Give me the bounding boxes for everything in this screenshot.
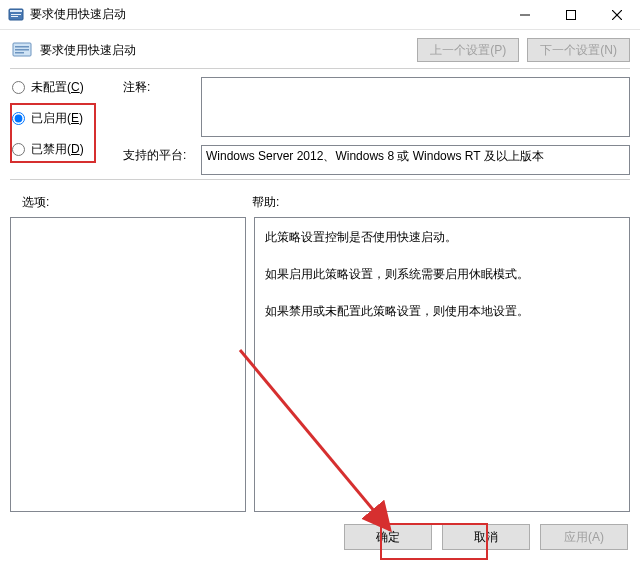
- policy-icon: [12, 40, 32, 60]
- svg-rect-5: [567, 10, 576, 19]
- platform-row: 支持的平台:: [123, 145, 630, 175]
- svg-rect-9: [15, 46, 29, 48]
- comment-textarea[interactable]: [201, 77, 630, 137]
- help-label: 帮助:: [252, 194, 279, 211]
- options-label: 选项:: [22, 194, 252, 211]
- radio-enabled-input[interactable]: [12, 112, 25, 125]
- platform-label: 支持的平台:: [123, 145, 193, 164]
- previous-setting-button[interactable]: 上一个设置(P): [417, 38, 519, 62]
- config-area: 未配置(C) 已启用(E) 已禁用(D) 注释: 支持的平台:: [0, 69, 640, 179]
- cancel-button[interactable]: 取消: [442, 524, 530, 550]
- panes: 此策略设置控制是否使用快速启动。 如果启用此策略设置，则系统需要启用休眠模式。 …: [0, 217, 640, 512]
- apply-button[interactable]: 应用(A): [540, 524, 628, 550]
- radio-disabled-input[interactable]: [12, 143, 25, 156]
- svg-rect-10: [15, 49, 29, 51]
- comment-label: 注释:: [123, 77, 193, 96]
- ok-button[interactable]: 确定: [344, 524, 432, 550]
- radio-enabled[interactable]: 已启用(E): [12, 110, 117, 127]
- svg-rect-3: [11, 16, 18, 17]
- options-pane: [10, 217, 246, 512]
- radio-not-configured-label: 未配置(C): [31, 79, 84, 96]
- radio-enabled-label: 已启用(E): [31, 110, 83, 127]
- help-pane: 此策略设置控制是否使用快速启动。 如果启用此策略设置，则系统需要启用休眠模式。 …: [254, 217, 630, 512]
- svg-rect-1: [10, 10, 22, 12]
- radio-disabled[interactable]: 已禁用(D): [12, 141, 117, 158]
- window-title: 要求使用快速启动: [30, 6, 126, 23]
- platform-textarea: [201, 145, 630, 175]
- help-paragraph: 此策略设置控制是否使用快速启动。: [265, 226, 619, 249]
- app-icon: [8, 7, 24, 23]
- help-paragraph: 如果启用此策略设置，则系统需要启用休眠模式。: [265, 263, 619, 286]
- titlebar: 要求使用快速启动: [0, 0, 640, 30]
- maximize-button[interactable]: [548, 0, 594, 30]
- state-radio-group: 未配置(C) 已启用(E) 已禁用(D): [12, 77, 117, 175]
- help-paragraph: 如果禁用或未配置此策略设置，则使用本地设置。: [265, 300, 619, 323]
- next-setting-button[interactable]: 下一个设置(N): [527, 38, 630, 62]
- header-row: 要求使用快速启动 上一个设置(P) 下一个设置(N): [0, 30, 640, 68]
- close-button[interactable]: [594, 0, 640, 30]
- fields-column: 注释: 支持的平台:: [123, 77, 630, 175]
- footer: 确定 取消 应用(A): [0, 512, 640, 560]
- minimize-button[interactable]: [502, 0, 548, 30]
- radio-disabled-label: 已禁用(D): [31, 141, 84, 158]
- comment-row: 注释:: [123, 77, 630, 137]
- radio-not-configured[interactable]: 未配置(C): [12, 79, 117, 96]
- svg-rect-2: [11, 14, 21, 15]
- svg-rect-11: [15, 52, 24, 54]
- mid-labels: 选项: 帮助:: [0, 180, 640, 217]
- policy-title: 要求使用快速启动: [40, 42, 136, 59]
- radio-not-configured-input[interactable]: [12, 81, 25, 94]
